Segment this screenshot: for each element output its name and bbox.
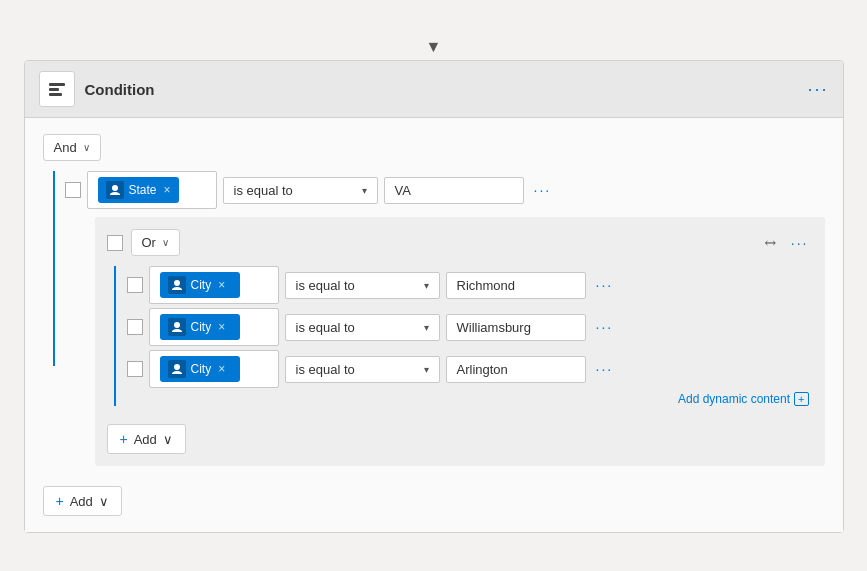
header-more-button[interactable]: ··· [807,79,828,100]
header-title: Condition [85,81,155,98]
state-operator-label: is equal to [234,183,293,198]
or-toggle-button[interactable]: Or ∨ [131,229,180,256]
state-value-input[interactable]: VA [384,177,524,204]
city-tag-label-1: City [191,278,212,292]
city-operator-select-1[interactable]: is equal to ▾ [285,272,440,299]
city-tag-icon-3 [168,360,186,378]
outer-add-plus-icon: + [56,493,64,509]
state-operator-chevron-icon: ▾ [362,185,367,196]
city-tag-close-2[interactable]: × [218,320,225,334]
state-operator-select[interactable]: is equal to ▾ [223,177,378,204]
state-condition-row: State × is equal to ▾ VA ··· [65,171,825,209]
or-block-checkbox[interactable] [107,235,123,251]
and-label: And [54,140,77,155]
state-field-tag[interactable]: State × [87,171,217,209]
city-value-1: Richmond [457,278,516,293]
city-tag-icon-1 [168,276,186,294]
dynamic-content-plus-icon: + [794,392,808,406]
or-label: Or [142,235,156,250]
city-operator-chevron-3: ▾ [424,364,429,375]
city-tag-icon-2 [168,318,186,336]
or-rows-container: City × is equal to ▾ [127,266,813,388]
inner-add-plus-icon: + [120,431,128,447]
city-row-1-tag[interactable]: City × [149,266,279,304]
city-row-1-checkbox[interactable] [127,277,143,293]
city-tag-pill-1: City × [160,272,240,298]
outer-add-label: Add [70,494,93,509]
city-operator-label-3: is equal to [296,362,355,377]
city-tag-label-2: City [191,320,212,334]
city-tag-pill-2: City × [160,314,240,340]
city-value-2: Williamsburg [457,320,531,335]
inner-connector-line [107,266,123,406]
svg-rect-2 [49,93,62,96]
or-condition-block: Or ∨ ⤢ ··· [95,217,825,466]
city-operator-label-2: is equal to [296,320,355,335]
city-row-2-checkbox[interactable] [127,319,143,335]
city-tag-label-3: City [191,362,212,376]
city-row-1-more-button[interactable]: ··· [592,277,618,293]
dynamic-content-label: Add dynamic content [678,392,790,406]
state-tag-label: State [129,183,157,197]
or-block-more-button[interactable]: ··· [787,235,813,251]
city-row-3: City × is equal to ▾ [127,350,813,388]
outer-add-chevron-icon: ∨ [99,494,109,509]
city-value-3: Arlington [457,362,508,377]
city-value-input-1[interactable]: Richmond [446,272,586,299]
state-row-more-button[interactable]: ··· [530,182,556,198]
svg-rect-0 [49,83,65,86]
state-tag-close[interactable]: × [164,183,171,197]
state-tag-pill: State × [98,177,179,203]
city-operator-select-3[interactable]: is equal to ▾ [285,356,440,383]
city-row-3-checkbox[interactable] [127,361,143,377]
inner-add-button[interactable]: + Add ∨ [107,424,186,454]
city-operator-label-1: is equal to [296,278,355,293]
city-tag-close-3[interactable]: × [218,362,225,376]
city-tag-close-1[interactable]: × [218,278,225,292]
city-row-3-more-button[interactable]: ··· [592,361,618,377]
city-operator-chevron-1: ▾ [424,280,429,291]
compress-icon[interactable]: ⤢ [761,233,781,253]
or-chevron-icon: ∨ [162,237,169,248]
outer-connector-line [43,171,65,466]
outer-add-button[interactable]: + Add ∨ [43,486,122,516]
city-tag-pill-3: City × [160,356,240,382]
inner-add-label: Add [134,432,157,447]
city-value-input-3[interactable]: Arlington [446,356,586,383]
city-value-input-2[interactable]: Williamsburg [446,314,586,341]
and-toggle-button[interactable]: And ∨ [43,134,101,161]
state-tag-icon [106,181,124,199]
state-checkbox[interactable] [65,182,81,198]
and-chevron-icon: ∨ [83,142,90,153]
condition-icon [39,71,75,107]
city-row-3-tag[interactable]: City × [149,350,279,388]
city-row-1: City × is equal to ▾ [127,266,813,304]
top-arrow-icon: ▼ [426,38,442,56]
city-operator-chevron-2: ▾ [424,322,429,333]
city-row-2-more-button[interactable]: ··· [592,319,618,335]
dynamic-content-link[interactable]: Add dynamic content + [127,392,813,406]
condition-header: Condition ··· [25,61,843,118]
city-row-2: City × is equal to ▾ [127,308,813,346]
city-row-2-tag[interactable]: City × [149,308,279,346]
svg-rect-1 [49,88,59,91]
inner-add-chevron-icon: ∨ [163,432,173,447]
city-operator-select-2[interactable]: is equal to ▾ [285,314,440,341]
